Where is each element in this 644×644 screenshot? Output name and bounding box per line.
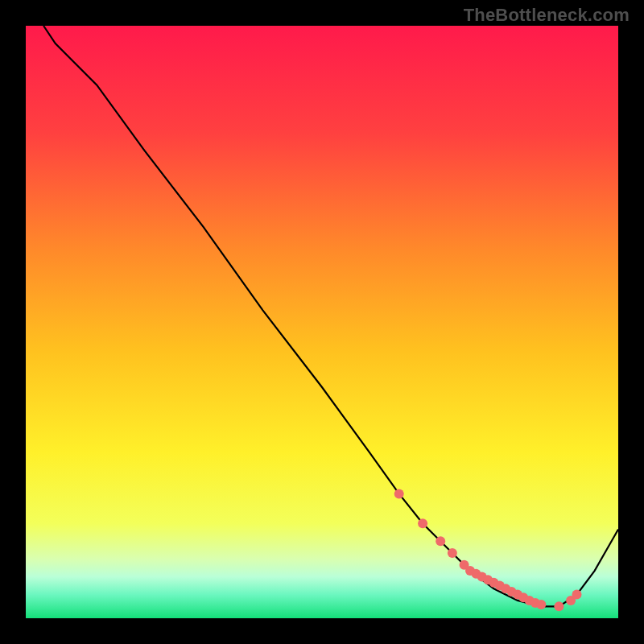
plot-background <box>26 26 618 618</box>
optimal-point <box>394 489 404 498</box>
chart-stage: TheBottleneck.com <box>0 0 644 644</box>
optimal-point <box>572 590 582 600</box>
optimal-point <box>436 536 445 546</box>
optimal-point <box>418 518 427 528</box>
watermark-text: TheBottleneck.com <box>464 5 630 26</box>
optimal-point <box>554 601 564 611</box>
optimal-point <box>536 600 546 609</box>
bottleneck-chart <box>0 0 644 644</box>
optimal-point <box>448 548 457 558</box>
